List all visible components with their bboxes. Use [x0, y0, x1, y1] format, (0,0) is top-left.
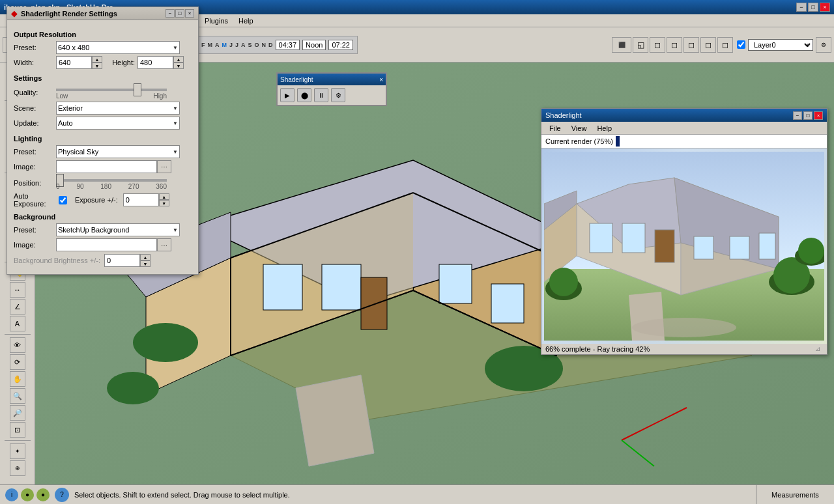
width-input[interactable] [56, 56, 92, 69]
close-button[interactable]: × [820, 3, 830, 12]
lighting-preset-dropdown-wrapper[interactable]: Physical Sky Artificial Lights HDR Image [56, 145, 180, 158]
render-maximize-btn[interactable]: □ [803, 111, 812, 120]
height-spinner[interactable]: ▲ ▼ [137, 56, 184, 69]
section-tool[interactable]: ✦ [10, 443, 25, 459]
shaderlight-close-btn[interactable]: × [379, 76, 383, 83]
sl-pause-btn[interactable]: ⏸ [314, 88, 328, 102]
layer-settings-btn[interactable]: ⚙ [816, 37, 831, 53]
pan-tool[interactable]: ✋ [10, 371, 25, 387]
bg-brightness-spinner[interactable]: ▲ ▼ [104, 254, 151, 267]
status-icon-1[interactable]: i [5, 488, 18, 501]
measurements-box: Measurements [756, 485, 834, 504]
layer-checkbox[interactable] [737, 40, 745, 49]
render-settings-titlebar: ◆ Shaderlight Render Settings − □ × [7, 7, 198, 20]
orbit-tool[interactable]: ⟳ [10, 354, 25, 370]
zoom-extents-tool[interactable]: ⊡ [10, 422, 25, 438]
dimensions-row: Width: ▲ ▼ Height: ▲ ▼ [14, 56, 192, 69]
resize-handle[interactable]: ⊿ [815, 345, 823, 353]
update-dropdown-wrapper[interactable]: Auto Manual [56, 117, 180, 130]
view-perspective-btn[interactable]: ◱ [633, 37, 648, 53]
view-top-btn[interactable]: ◻ [650, 37, 665, 53]
bg-image-input[interactable] [56, 238, 157, 251]
auto-exposure-checkbox[interactable] [59, 196, 67, 204]
svg-point-47 [798, 238, 824, 264]
height-up-btn[interactable]: ▲ [173, 56, 184, 63]
width-up-btn[interactable]: ▲ [92, 56, 102, 63]
render-menu-help[interactable]: Help [592, 124, 617, 133]
axes-tool[interactable]: ⊕ [10, 460, 25, 476]
zoom-in-tool[interactable]: 🔍 [10, 388, 25, 404]
render-close-btn[interactable]: × [814, 111, 823, 120]
render-image [541, 148, 827, 344]
lighting-image-input[interactable] [56, 160, 157, 173]
menu-plugins[interactable]: Plugins [199, 16, 233, 26]
scene-dropdown[interactable]: Exterior Interior Product [56, 102, 180, 115]
height-down-btn[interactable]: ▼ [173, 63, 184, 69]
scene-dropdown-wrapper[interactable]: Exterior Interior Product [56, 102, 180, 115]
exposure-down-btn[interactable]: ▼ [159, 200, 169, 206]
status-icon-2[interactable]: ● [21, 488, 34, 501]
protractor-tool[interactable]: ∠ [10, 299, 25, 315]
render-output-title: Shaderlight [545, 111, 582, 119]
minimize-button[interactable]: − [796, 3, 807, 12]
panel-close-btn[interactable]: × [185, 9, 194, 18]
view-cube-btn[interactable]: ⬛ [612, 37, 631, 53]
exposure-up-btn[interactable]: ▲ [159, 193, 169, 200]
layer-dropdown[interactable]: Layer0 [748, 39, 813, 51]
position-slider[interactable] [56, 179, 167, 182]
settings-title: Settings [14, 74, 192, 82]
render-settings-title: ◆ Shaderlight Render Settings [11, 9, 117, 18]
bg-brightness-spinner-btns[interactable]: ▲ ▼ [140, 254, 151, 267]
lighting-preset-dropdown[interactable]: Physical Sky Artificial Lights HDR Image [56, 145, 180, 158]
height-spinner-btns[interactable]: ▲ ▼ [173, 56, 184, 69]
background-preset-dropdown[interactable]: SketchUp Background Physical Sky Color I… [56, 223, 180, 236]
window-controls[interactable]: − □ × [796, 3, 830, 12]
render-menu-view[interactable]: View [566, 124, 592, 133]
panel-controls[interactable]: − □ × [165, 9, 194, 18]
month-s: S [248, 42, 252, 48]
render-menu-file[interactable]: File [544, 124, 566, 133]
bg-brightness-up-btn[interactable]: ▲ [140, 254, 151, 260]
exposure-spinner-btns[interactable]: ▲ ▼ [159, 193, 169, 206]
preset-dropdown-wrapper[interactable]: 640 x 480 800 x 600 1024 x 768 1280 x 72… [56, 41, 180, 54]
update-dropdown[interactable]: Auto Manual [56, 117, 180, 130]
width-down-btn[interactable]: ▼ [92, 63, 102, 69]
menu-help[interactable]: Help [233, 16, 259, 26]
bg-brightness-input[interactable] [104, 254, 140, 267]
text-tool[interactable]: A [10, 316, 25, 331]
month-o: O [255, 42, 259, 48]
sl-render-btn[interactable]: ▶ [280, 88, 295, 102]
shaderlight-mini-toolbar[interactable]: Shaderlight × ▶ ⬤ ⏸ ⚙ [276, 72, 387, 106]
bg-brightness-down-btn[interactable]: ▼ [140, 260, 151, 267]
panel-minimize-btn[interactable]: − [165, 9, 175, 18]
bg-image-browse-btn[interactable]: ⋯ [157, 238, 171, 251]
view-front-btn[interactable]: ◻ [667, 37, 682, 53]
status-icon-3[interactable]: ● [36, 488, 50, 501]
render-output-controls[interactable]: − □ × [793, 111, 823, 120]
render-minimize-btn[interactable]: − [793, 111, 802, 120]
view-right-btn[interactable]: ◻ [683, 37, 699, 53]
auto-exposure-label: Auto Exposure: [14, 192, 56, 208]
exposure-spinner[interactable]: ▲ ▼ [123, 193, 169, 206]
sl-settings-btn[interactable]: ⚙ [331, 88, 345, 102]
dimension-tool[interactable]: ↔ [10, 282, 25, 298]
exposure-input[interactable] [123, 193, 159, 206]
height-input[interactable] [137, 56, 173, 69]
bg-preset-dropdown-wrapper[interactable]: SketchUp Background Physical Sky Color I… [56, 223, 180, 236]
width-spinner[interactable]: ▲ ▼ [56, 56, 102, 69]
walk-tool[interactable]: 👁 [10, 337, 25, 353]
status-bar: i ● ● ? Select objects. Shift to extend … [0, 484, 834, 504]
help-icon[interactable]: ? [55, 488, 69, 502]
sl-stop-btn[interactable]: ⬤ [297, 88, 311, 102]
width-spinner-btns[interactable]: ▲ ▼ [92, 56, 102, 69]
svg-point-14 [133, 323, 198, 362]
zoom-out-tool[interactable]: 🔎 [10, 405, 25, 421]
quality-slider[interactable] [56, 89, 167, 91]
view-iso-btn[interactable]: ◻ [700, 37, 716, 53]
lighting-image-browse-btn[interactable]: ⋯ [157, 160, 171, 173]
resolution-preset-dropdown[interactable]: 640 x 480 800 x 600 1024 x 768 1280 x 72… [56, 41, 180, 54]
panel-maximize-btn[interactable]: □ [175, 9, 184, 18]
view-back-btn[interactable]: ◻ [717, 37, 733, 53]
maximize-button[interactable]: □ [808, 3, 818, 12]
time-display-2: 07:22 [328, 40, 353, 50]
